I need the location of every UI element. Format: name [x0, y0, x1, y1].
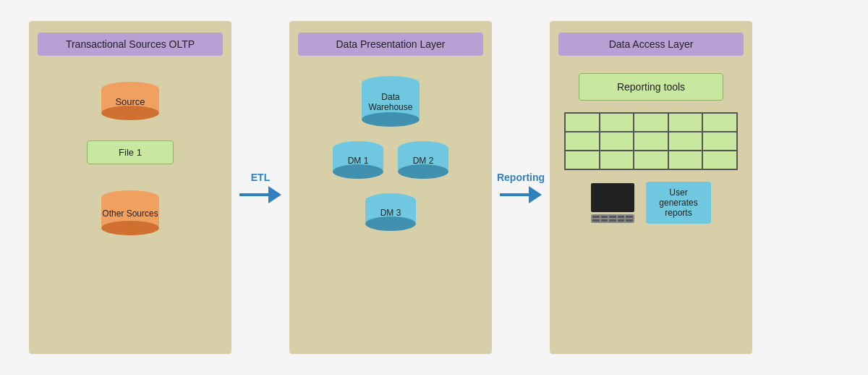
diagram-container: Transactional Sources OLTP Source File 1…	[14, 7, 854, 368]
kbd-key	[601, 219, 608, 222]
kbd-key	[592, 219, 600, 222]
grid-cell-10	[702, 132, 737, 151]
reporting-label: Reporting	[497, 172, 545, 183]
reporting-arrow-shape	[500, 186, 542, 203]
grid-cell-6	[565, 132, 600, 151]
bottom-area: User generates reports	[558, 182, 744, 224]
dm3-cyl-bottom	[365, 216, 416, 231]
dm3-cylinder: DM 3	[365, 193, 416, 231]
right-panel-title: Data Access Layer	[558, 33, 744, 56]
warehouse-label: Data Warehouse	[369, 92, 413, 112]
dm1-cyl-bottom	[333, 164, 383, 179]
grid-cell-13	[634, 151, 668, 169]
etl-label: ETL	[251, 172, 270, 183]
user-reports-box: User generates reports	[646, 182, 711, 224]
dm-row-1: DM 1 DM 2	[298, 141, 483, 179]
etl-arrow-head	[268, 186, 281, 203]
monitor	[591, 183, 634, 212]
computer-icon	[591, 183, 634, 223]
middle-panel: Data Presentation Layer Data Warehouse D…	[289, 21, 492, 354]
etl-arrow-shape	[239, 186, 281, 203]
warehouse-cylinder: Data Warehouse	[362, 76, 420, 127]
reporting-arrow: Reporting	[492, 172, 550, 203]
other-cyl-bottom	[101, 221, 159, 235]
user-reports-label: User generates reports	[659, 188, 697, 218]
grid-cell-14	[668, 151, 703, 169]
kbd-key	[609, 216, 616, 218]
warehouse-cyl-bottom	[362, 112, 420, 127]
kbd-key	[592, 216, 600, 218]
dm2-cyl-top	[398, 141, 448, 156]
grid-cell-2	[600, 113, 634, 132]
kbd-key	[609, 219, 616, 222]
grid-cell-11	[565, 151, 600, 169]
kbd-key	[618, 219, 625, 222]
kbd-key	[626, 219, 633, 222]
right-panel: Data Access Layer Reporting tools	[550, 21, 752, 354]
etl-arrow-line	[239, 193, 268, 196]
other-sources-cylinder: Other Sources	[101, 190, 159, 235]
kbd-key	[618, 216, 625, 218]
source-cyl-bottom	[101, 106, 159, 120]
grid-cell-7	[600, 132, 634, 151]
dm2-cylinder: DM 2	[398, 141, 448, 179]
other-sources-label: Other Sources	[102, 208, 158, 219]
grid-cell-3	[634, 113, 668, 132]
grid-cell-4	[668, 113, 703, 132]
kbd-row-2	[592, 219, 633, 222]
dm1-cyl-top	[333, 141, 383, 156]
kbd-key	[601, 216, 608, 218]
grid-cell-1	[565, 113, 600, 132]
source-cylinder: Source	[101, 82, 159, 120]
source-cyl-top	[101, 82, 159, 96]
left-panel: Transactional Sources OLTP Source File 1…	[29, 21, 231, 354]
kbd-key	[626, 216, 633, 218]
dm1-cylinder: DM 1	[333, 141, 383, 179]
keyboard	[591, 214, 634, 223]
grid-cell-15	[702, 151, 737, 169]
middle-panel-title: Data Presentation Layer	[298, 33, 483, 56]
grid-cell-8	[634, 132, 668, 151]
grid-cell-9	[668, 132, 703, 151]
etl-arrow: ETL	[231, 172, 289, 203]
reporting-tools-box: Reporting tools	[579, 73, 723, 101]
reporting-arrow-head	[529, 186, 542, 203]
grid-table	[564, 112, 738, 170]
grid-cell-12	[600, 151, 634, 169]
left-panel-title: Transactional Sources OLTP	[38, 33, 223, 56]
other-cyl-top	[101, 190, 159, 205]
dm2-cyl-bottom	[398, 164, 448, 179]
kbd-row-1	[592, 216, 633, 218]
dm3-row: DM 3	[298, 193, 483, 231]
reporting-arrow-line	[500, 193, 529, 196]
file1-box: File 1	[87, 140, 174, 164]
grid-cell-5	[702, 113, 737, 132]
dm3-cyl-top	[365, 193, 416, 208]
warehouse-cyl-top	[362, 76, 420, 90]
